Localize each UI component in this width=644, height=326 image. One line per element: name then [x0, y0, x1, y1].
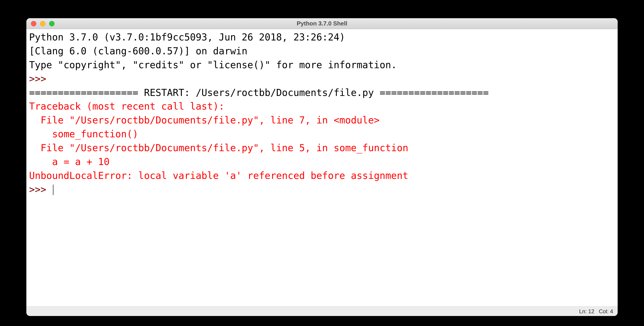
- traffic-lights: [31, 21, 54, 26]
- help-line: Type "copyright", "credits" or "license(…: [29, 59, 397, 71]
- traceback-error: UnboundLocalError: local variable 'a' re…: [29, 170, 408, 181]
- traceback-frame2-file: File "/Users/roctbb/Documents/file.py", …: [29, 142, 408, 153]
- window-titlebar[interactable]: Python 3.7.0 Shell: [26, 18, 618, 29]
- status-bar: Ln: 12 Col: 4: [26, 306, 618, 316]
- traceback-frame1-file: File "/Users/roctbb/Documents/file.py", …: [29, 115, 380, 126]
- shell-text-area[interactable]: Python 3.7.0 (v3.7.0:1bf9cc5093, Jun 26 …: [26, 29, 618, 306]
- prompt: >>>: [29, 73, 52, 84]
- traceback-header: Traceback (most recent call last):: [29, 101, 224, 112]
- status-col: Col: 4: [599, 308, 613, 315]
- traceback-frame1-code: some_function(): [29, 128, 138, 140]
- traceback-frame2-code: a = a + 10: [29, 156, 110, 167]
- text-cursor: [53, 185, 54, 195]
- compiler-line: [Clang 6.0 (clang-600.0.57)] on darwin: [29, 46, 248, 57]
- minimize-button[interactable]: [40, 21, 46, 26]
- restart-line: =================== RESTART: /Users/roct…: [29, 87, 489, 98]
- python-version-line: Python 3.7.0 (v3.7.0:1bf9cc5093, Jun 26 …: [29, 32, 351, 43]
- idle-shell-window: Python 3.7.0 Shell Python 3.7.0 (v3.7.0:…: [26, 18, 618, 316]
- prompt: >>>: [29, 184, 52, 195]
- status-line: Ln: 12: [579, 308, 594, 315]
- close-button[interactable]: [31, 21, 36, 26]
- window-title: Python 3.7.0 Shell: [297, 20, 348, 27]
- maximize-button[interactable]: [49, 21, 54, 26]
